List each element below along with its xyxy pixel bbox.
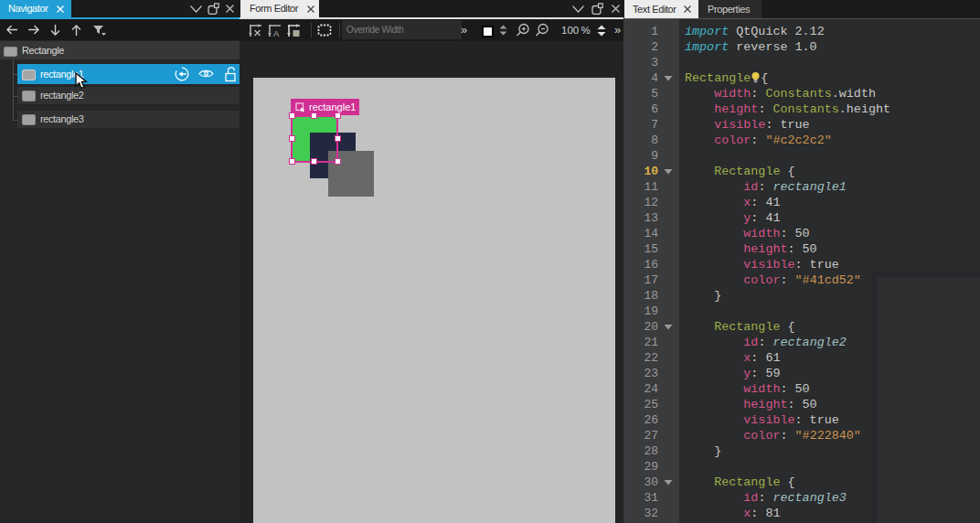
svg-text:A: A [273,28,280,38]
